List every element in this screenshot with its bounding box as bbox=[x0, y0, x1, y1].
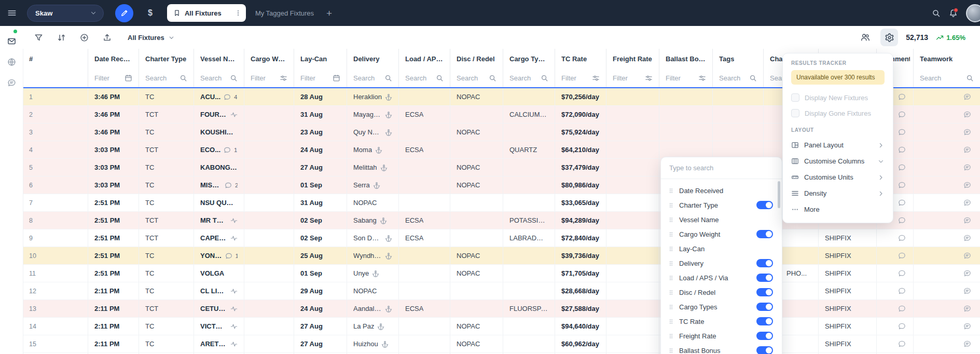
checkbox[interactable] bbox=[791, 93, 799, 102]
filter-input-cargo_weight[interactable] bbox=[251, 74, 277, 82]
columns-search-input[interactable] bbox=[661, 157, 782, 179]
checkbox[interactable] bbox=[791, 109, 799, 117]
column-visibility-toggle[interactable] bbox=[756, 259, 773, 267]
comment-icon bbox=[898, 164, 906, 171]
filter-input-tc_rate[interactable] bbox=[561, 74, 589, 82]
column-toggle-row-freight-rate[interactable]: Freight Rate bbox=[661, 329, 782, 343]
cell-delivery: NOPAC bbox=[347, 282, 399, 299]
drag-handle-icon bbox=[668, 260, 674, 267]
column-header-tc_rate[interactable]: TC Rate bbox=[555, 49, 606, 69]
user-avatar[interactable] bbox=[966, 4, 980, 22]
column-toggle-row-load-aps-via[interactable]: Load / APS / Via bbox=[661, 270, 782, 285]
compose-button[interactable] bbox=[115, 4, 133, 22]
column-header-cargo_types[interactable]: Cargo Types bbox=[503, 49, 555, 69]
share-users-button[interactable] bbox=[858, 30, 873, 45]
filter-input-load_aps[interactable] bbox=[405, 74, 433, 82]
column-header-load_aps[interactable]: Load / APS / Via bbox=[399, 49, 450, 69]
tab-all-fixtures[interactable]: All Fixtures bbox=[167, 4, 246, 22]
add-fixture-button[interactable] bbox=[77, 30, 91, 45]
column-header-tags[interactable]: Tags bbox=[713, 49, 764, 69]
column-header-index[interactable]: # bbox=[23, 49, 88, 69]
sidebar-mail-button[interactable] bbox=[4, 34, 19, 48]
column-header-date_received[interactable]: Date Received bbox=[88, 49, 139, 69]
global-search-button[interactable] bbox=[932, 9, 941, 18]
filter-input-delivery[interactable] bbox=[353, 74, 381, 82]
column-visibility-toggle[interactable] bbox=[756, 346, 773, 354]
column-toggle-row-vessel-name[interactable]: Vessel Name bbox=[661, 212, 782, 227]
column-toggle-row-tc-rate[interactable]: TC Rate bbox=[661, 314, 782, 329]
menu-item-customise-columns[interactable]: Customise Columns bbox=[783, 153, 893, 169]
filter-button[interactable] bbox=[31, 30, 46, 45]
column-header-vessel[interactable]: Vessel Name bbox=[194, 49, 244, 69]
column-toggle-row-cargo-types[interactable]: Cargo Types bbox=[661, 299, 782, 314]
filter-input-tags[interactable] bbox=[719, 74, 746, 82]
table-row-11[interactable]: 112:51 PMTCVOLGA01 SepUnyeNOPAC$71,705/d… bbox=[23, 265, 980, 282]
column-toggle-row-lay-can[interactable]: Lay-Can bbox=[661, 241, 782, 256]
table-row-10[interactable]: 102:51 PMTCYONG J...125 AugWyndhamNOPAC$… bbox=[23, 247, 980, 265]
filter-input-date_received[interactable] bbox=[94, 74, 121, 82]
table-row-9[interactable]: 92:51 PMTCTCAPE H...02 SepSon DuongECSAL… bbox=[23, 229, 980, 247]
column-header-delivery[interactable]: Delivery bbox=[347, 49, 399, 69]
view-selector[interactable]: All Fixtures bbox=[125, 33, 178, 42]
column-visibility-toggle[interactable] bbox=[756, 274, 773, 282]
column-visibility-toggle[interactable] bbox=[756, 332, 773, 340]
menu-item-panel-layout[interactable]: Panel Layout bbox=[783, 137, 893, 153]
filter-input-vessel[interactable] bbox=[200, 74, 227, 82]
checkbox-row-display-new-fixtures[interactable]: Display New Fixtures bbox=[783, 90, 893, 105]
sidebar-market-button[interactable] bbox=[4, 55, 19, 69]
column-header-charter_type[interactable]: Charter Type bbox=[139, 49, 194, 69]
currency-button[interactable]: $ bbox=[145, 8, 156, 18]
column-visibility-toggle[interactable] bbox=[756, 317, 773, 325]
notifications-button[interactable] bbox=[949, 9, 958, 18]
table-row-14[interactable]: 142:11 PMTCVICTORI...27 AugLa PazNOPAC$9… bbox=[23, 318, 980, 335]
filter-input-teamwork[interactable] bbox=[920, 74, 963, 82]
tab-options-icon[interactable] bbox=[234, 9, 242, 17]
column-header-disc_redel[interactable]: Disc / Redel bbox=[450, 49, 503, 69]
filter-input-freight_rate[interactable] bbox=[613, 74, 642, 82]
column-visibility-toggle[interactable] bbox=[756, 303, 773, 311]
column-toggle-row-delivery[interactable]: Delivery bbox=[661, 256, 782, 270]
column-toggle-row-ballast-bonus[interactable]: Ballast Bonus bbox=[661, 343, 782, 354]
column-header-freight_rate[interactable]: Freight Rate bbox=[606, 49, 659, 69]
menu-item-more[interactable]: More bbox=[783, 201, 893, 217]
settings-button[interactable] bbox=[880, 29, 898, 46]
column-header-laycan[interactable]: Lay-Can bbox=[294, 49, 347, 69]
cell-vessel: KOUSHIN ... bbox=[194, 124, 244, 141]
table-row-12[interactable]: 122:11 PMTCCL LINDY29 AugNOPAC$28,668/da… bbox=[23, 282, 980, 300]
workspace-selector[interactable]: Skaw bbox=[27, 5, 104, 22]
tab-my-tagged-fixtures[interactable]: My Tagged Fixtures bbox=[247, 9, 322, 17]
sort-button[interactable] bbox=[54, 30, 68, 45]
filter-input-cargo_types[interactable] bbox=[509, 74, 537, 82]
checkbox-row-display-gone-fixtures[interactable]: Display Gone Fixtures bbox=[783, 105, 893, 121]
cell-cargo_weight bbox=[244, 159, 294, 176]
hamburger-menu-button[interactable] bbox=[7, 8, 17, 18]
column-toggle-row-date-received[interactable]: Date Received bbox=[661, 183, 782, 198]
filter-input-disc_redel[interactable] bbox=[457, 74, 486, 82]
results-tracker-heading: RESULTS TRACKER bbox=[783, 60, 893, 70]
more-icon bbox=[791, 206, 799, 213]
cell-teamwork bbox=[914, 124, 980, 141]
column-visibility-toggle[interactable] bbox=[756, 230, 773, 238]
menu-item-customise-units[interactable]: Customise Units bbox=[783, 169, 893, 185]
column-visibility-toggle[interactable] bbox=[756, 201, 773, 209]
menu-item-density[interactable]: Density bbox=[783, 185, 893, 201]
column-toggle-row-disc-redel[interactable]: Disc / Redel bbox=[661, 285, 782, 299]
table-row-13[interactable]: 132:11 PMTCTCETUS ...24 AugAandalsnesECS… bbox=[23, 300, 980, 318]
column-header-teamwork[interactable]: Teamwork bbox=[914, 49, 980, 69]
cell-charter_type: TC bbox=[139, 265, 194, 282]
sidebar-chat-button[interactable] bbox=[4, 76, 19, 89]
columns-panel-scrollbar[interactable] bbox=[778, 181, 780, 208]
filter-input-ballast_bonus[interactable] bbox=[666, 74, 695, 82]
cell-charter_type: TC bbox=[139, 318, 194, 335]
cell-charter_type: TCT bbox=[139, 229, 194, 247]
export-button[interactable] bbox=[100, 30, 114, 45]
column-toggle-row-charter-type[interactable]: Charter Type bbox=[661, 198, 782, 212]
add-tab-button[interactable]: + bbox=[323, 8, 335, 18]
column-header-cargo_weight[interactable]: Cargo Weight bbox=[244, 49, 294, 69]
column-toggle-row-cargo-weight[interactable]: Cargo Weight bbox=[661, 227, 782, 241]
column-visibility-toggle[interactable] bbox=[756, 288, 773, 296]
filter-input-laycan[interactable] bbox=[300, 74, 329, 82]
filter-input-charter_type[interactable] bbox=[145, 74, 176, 82]
table-row-15[interactable]: 152:11 PMTCARETH...27 AugHuizhouNOPAC$60… bbox=[23, 335, 980, 353]
column-header-ballast_bonus[interactable]: Ballast Bonus bbox=[659, 49, 713, 69]
